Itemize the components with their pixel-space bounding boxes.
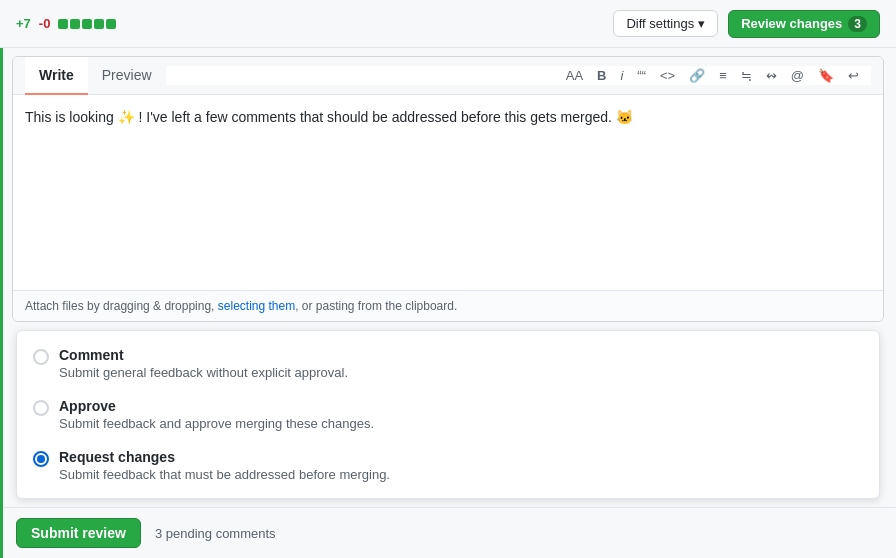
left-accent-line xyxy=(0,48,3,558)
diff-square-1 xyxy=(58,19,68,29)
diff-additions: +7 xyxy=(16,16,31,31)
option-comment-desc: Submit general feedback without explicit… xyxy=(59,365,863,380)
radio-request-changes[interactable] xyxy=(33,451,49,467)
link-icon[interactable]: 🔗 xyxy=(685,66,709,85)
option-request-changes-title: Request changes xyxy=(59,449,863,465)
diff-square-5 xyxy=(106,19,116,29)
attach-text-before: Attach files by dragging & dropping, xyxy=(25,299,218,313)
bullet-list-icon[interactable]: ≡ xyxy=(715,66,731,85)
diff-stats: +7 -0 xyxy=(16,16,116,31)
diff-deletions: -0 xyxy=(39,16,51,31)
option-approve-title: Approve xyxy=(59,398,863,414)
option-approve-desc: Submit feedback and approve merging thes… xyxy=(59,416,863,431)
review-option-comment[interactable]: Comment Submit general feedback without … xyxy=(33,347,863,380)
font-size-icon[interactable]: AA xyxy=(562,66,587,85)
comment-textarea[interactable]: This is looking ✨ ! I've left a few comm… xyxy=(13,95,883,290)
editor-container: Write Preview AA B i ““ <> 🔗 ≡ ≒ ↭ @ xyxy=(12,56,884,322)
submit-review-button[interactable]: Submit review xyxy=(16,518,141,548)
numbered-list-icon[interactable]: ≒ xyxy=(737,66,756,85)
review-option-approve[interactable]: Approve Submit feedback and approve merg… xyxy=(33,398,863,431)
tab-bar: Write Preview AA B i ““ <> 🔗 ≡ ≒ ↭ @ xyxy=(13,57,883,95)
radio-comment[interactable] xyxy=(33,349,49,365)
top-bar: +7 -0 Diff settings ▾ Review changes 3 xyxy=(0,0,896,48)
reply-icon[interactable]: ↩ xyxy=(844,66,863,85)
editor-toolbar: AA B i ““ <> 🔗 ≡ ≒ ↭ @ 🔖 ↩ xyxy=(166,66,871,85)
diff-square-2 xyxy=(70,19,80,29)
review-option-request-changes[interactable]: Request changes Submit feedback that mus… xyxy=(33,449,863,482)
chevron-down-icon: ▾ xyxy=(698,16,705,31)
radio-inner-dot xyxy=(37,455,45,463)
tab-preview[interactable]: Preview xyxy=(88,57,166,95)
option-request-changes-desc: Submit feedback that must be addressed b… xyxy=(59,467,863,482)
code-icon[interactable]: <> xyxy=(656,66,679,85)
attach-bar: Attach files by dragging & dropping, sel… xyxy=(13,290,883,321)
radio-approve[interactable] xyxy=(33,400,49,416)
submit-bar: Submit review 3 pending comments xyxy=(0,507,896,558)
toolbar-icons: AA B i ““ <> 🔗 ≡ ≒ ↭ @ 🔖 ↩ xyxy=(562,66,863,85)
bookmark-icon[interactable]: 🔖 xyxy=(814,66,838,85)
diff-squares xyxy=(58,19,116,29)
italic-icon[interactable]: i xyxy=(616,66,627,85)
top-bar-right: Diff settings ▾ Review changes 3 xyxy=(613,10,880,38)
pending-comments-text: 3 pending comments xyxy=(155,526,276,541)
submit-review-label: Submit review xyxy=(31,525,126,541)
bold-icon[interactable]: B xyxy=(593,66,610,85)
review-panel: Comment Submit general feedback without … xyxy=(16,330,880,499)
diff-square-3 xyxy=(82,19,92,29)
attach-text-after: , or pasting from the clipboard. xyxy=(295,299,457,313)
diff-square-4 xyxy=(94,19,104,29)
tab-write[interactable]: Write xyxy=(25,57,88,95)
review-badge: 3 xyxy=(848,16,867,32)
review-changes-button[interactable]: Review changes 3 xyxy=(728,10,880,38)
task-list-icon[interactable]: ↭ xyxy=(762,66,781,85)
option-comment-title: Comment xyxy=(59,347,863,363)
diff-settings-button[interactable]: Diff settings ▾ xyxy=(613,10,718,37)
quote-icon[interactable]: ““ xyxy=(633,66,650,85)
review-changes-label: Review changes xyxy=(741,16,842,31)
attach-link[interactable]: selecting them xyxy=(218,299,295,313)
diff-settings-label: Diff settings xyxy=(626,16,694,31)
mention-icon[interactable]: @ xyxy=(787,66,808,85)
